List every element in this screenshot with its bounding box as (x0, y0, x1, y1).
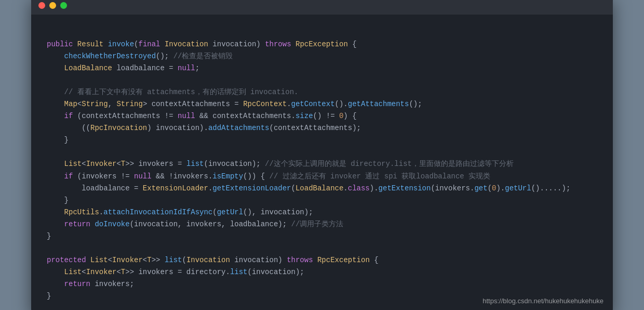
code-line-16: protected List<Invoker<T>> list(Invocati… (47, 254, 597, 266)
code-line-15: } (47, 230, 597, 242)
code-line-17: List<Invoker<T>> invokers = directory.li… (47, 266, 597, 278)
code-line-3: LoadBalance loadbalance = null; (47, 62, 597, 74)
code-line-blank4 (47, 242, 597, 254)
code-editor: public Result invoke(final Invocation in… (31, 15, 613, 310)
code-line-2: checkWhetherDestroyed(); //检查是否被销毁 (47, 50, 597, 62)
titlebar (31, 0, 613, 15)
close-dot[interactable] (38, 2, 45, 9)
code-window: public Result invoke(final Invocation in… (31, 0, 613, 310)
code-line-1: public Result invoke(final Invocation in… (47, 38, 597, 50)
code-line-14: return doInvoke(invocation, invokers, lo… (47, 218, 597, 230)
code-line-blank3 (47, 146, 597, 158)
code-line-12: } (47, 195, 597, 206)
minimize-dot[interactable] (49, 2, 56, 9)
code-line-6: if (contextAttachments != null && contex… (47, 110, 597, 122)
code-line-7: ((RpcInvocation) invocation).addAttachme… (47, 122, 597, 134)
maximize-dot[interactable] (60, 2, 67, 9)
code-line-9: List<Invoker<T>> invokers = list(invocat… (47, 158, 597, 170)
code-line-11: loadbalance = ExtensionLoader.getExtensi… (47, 183, 597, 195)
code-line-5: Map<String, String> contextAttachments =… (47, 98, 597, 110)
code-line-8: } (47, 134, 597, 146)
code-line-4: // 看看上下文中有没有 attachments，有的话绑定到 invocati… (47, 86, 597, 98)
watermark: https://blog.csdn.net/hukehukehukehuke (482, 297, 603, 305)
code-line-10: if (invokers != null && !invokers.isEmpt… (47, 171, 597, 183)
code-line-blank2 (47, 74, 597, 86)
code-line-18: return invokers; (47, 278, 597, 290)
code-line-13: RpcUtils.attachInvocationIdIfAsync(getUr… (47, 206, 597, 218)
code-line-blank1 (47, 26, 597, 38)
